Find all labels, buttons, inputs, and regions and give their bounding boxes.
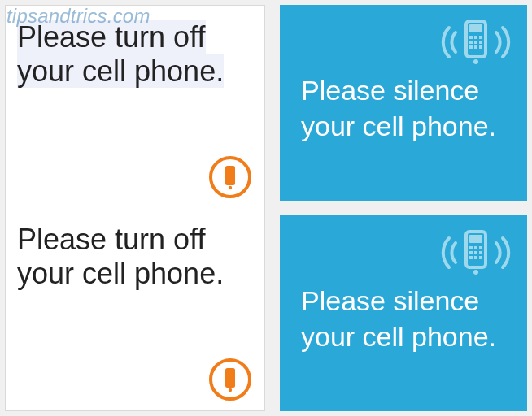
svg-rect-28 (479, 256, 482, 259)
svg-rect-8 (469, 36, 473, 39)
svg-point-29 (473, 270, 478, 275)
svg-rect-24 (474, 251, 477, 254)
svg-rect-10 (479, 36, 482, 39)
white-card-1: Please turn off your cell phone. (6, 6, 264, 208)
phone-ringing-icon (439, 16, 512, 68)
svg-rect-19 (469, 235, 482, 243)
svg-rect-20 (469, 246, 473, 249)
svg-rect-15 (474, 46, 477, 49)
svg-rect-9 (474, 36, 477, 39)
svg-rect-1 (225, 166, 235, 185)
white-card-2-message: Please turn off your cell phone. (17, 223, 224, 290)
blue-card-1-message: Please silence your cell phone. (301, 73, 512, 144)
blue-card-1: Please silence your cell phone. (280, 5, 527, 201)
white-card-1-message: Please turn off your cell phone. (17, 20, 224, 88)
phone-icon (207, 357, 253, 402)
svg-rect-27 (474, 256, 477, 259)
svg-point-5 (229, 388, 232, 392)
svg-point-17 (473, 59, 478, 64)
left-column: Please turn off your cell phone. Please … (5, 5, 265, 411)
svg-rect-14 (469, 46, 473, 49)
phone-icon (207, 154, 253, 200)
white-card-2: Please turn off your cell phone. (6, 208, 264, 410)
slide-gallery: Please turn off your cell phone. Please … (0, 0, 532, 416)
svg-rect-22 (479, 246, 482, 249)
blue-card-2: Please silence your cell phone. (280, 215, 527, 411)
svg-rect-25 (479, 251, 482, 254)
blue-card-2-message: Please silence your cell phone. (301, 284, 512, 354)
svg-rect-4 (225, 368, 235, 388)
svg-rect-7 (469, 24, 482, 32)
right-column: Please silence your cell phone. (280, 5, 527, 411)
svg-rect-21 (474, 246, 477, 249)
svg-rect-13 (479, 41, 482, 44)
svg-rect-16 (479, 46, 482, 49)
phone-ringing-icon (439, 227, 512, 279)
svg-rect-12 (474, 41, 477, 44)
svg-rect-23 (469, 251, 473, 254)
svg-point-2 (229, 186, 232, 189)
svg-rect-11 (469, 41, 473, 44)
svg-rect-26 (469, 256, 473, 259)
